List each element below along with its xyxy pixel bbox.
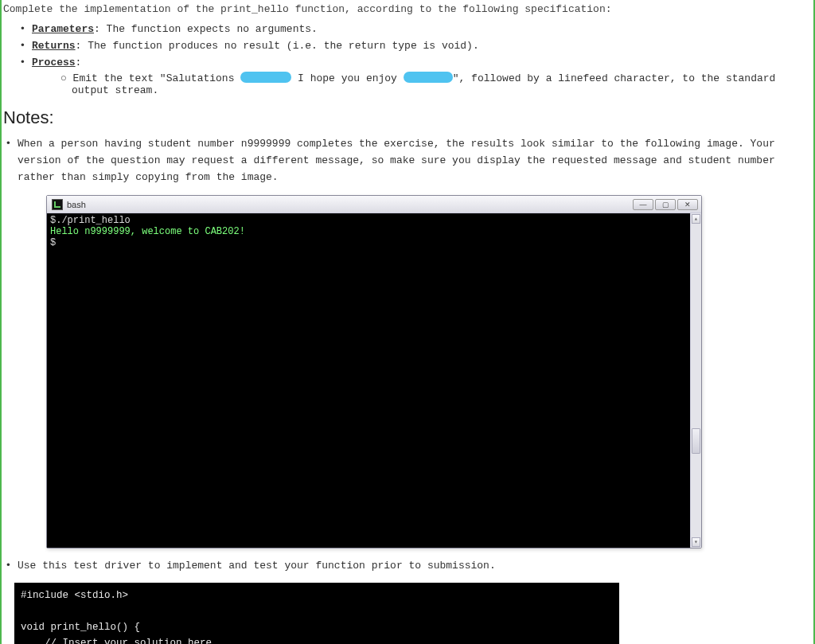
parameters-text: : The function expects no arguments. <box>94 23 318 35</box>
maximize-button[interactable]: ▢ <box>655 199 676 210</box>
terminal-window: bash — ▢ ✕ $./print_hello Hello n9999999… <box>46 195 702 548</box>
emit-pre: Emit the text "Salutations <box>73 72 241 84</box>
code-l4: // Insert your solution here. <box>21 638 218 644</box>
emit-mid: I hope you enjoy <box>298 72 404 84</box>
returns-text: : The function produces no result (i.e. … <box>76 40 479 52</box>
scroll-up-button[interactable]: ▴ <box>692 214 700 224</box>
terminal-titlebar[interactable]: bash — ▢ ✕ <box>47 196 701 213</box>
code-l3: void print_hello() { <box>21 622 140 633</box>
term-line-3: $ <box>50 237 56 248</box>
term-line-1: $./print_hello <box>50 215 131 226</box>
scroll-thumb[interactable] <box>692 428 700 454</box>
code-block[interactable]: #include <stdio.h> void print_hello() { … <box>14 583 619 644</box>
redacted-placeholder-2 <box>404 72 453 83</box>
notes-heading: Notes: <box>3 107 813 128</box>
process-colon: : <box>76 57 82 68</box>
process-label: Process <box>32 57 76 68</box>
parameters-label: Parameters <box>32 23 94 35</box>
close-button[interactable]: ✕ <box>677 199 698 210</box>
notes-item-1: When a person having student number n999… <box>18 136 813 185</box>
redacted-placeholder-1 <box>240 72 291 83</box>
window-buttons: — ▢ ✕ <box>633 199 698 210</box>
minimize-button[interactable]: — <box>633 199 653 210</box>
terminal-scrollbar[interactable]: ▴ ▾ <box>690 213 701 548</box>
terminal-body-wrap: $./print_hello Hello n9999999, welcome t… <box>47 213 701 548</box>
code-l1: #include <stdio.h> <box>21 590 128 601</box>
returns-label: Returns <box>32 40 76 52</box>
terminal-title: bash <box>67 200 633 209</box>
process-emit-item: Emit the text "Salutations I hope you en… <box>60 72 809 96</box>
spec-parameters: Parameters: The function expects no argu… <box>32 23 809 35</box>
notes-list-2: Use this test driver to implement and te… <box>18 558 813 575</box>
notes-item-2: Use this test driver to implement and te… <box>18 558 813 575</box>
process-sublist: Emit the text "Salutations I hope you en… <box>60 72 809 96</box>
spec-list: Parameters: The function expects no argu… <box>32 23 809 96</box>
spec-intro: Complete the implementation of the print… <box>3 3 809 15</box>
terminal-body[interactable]: $./print_hello Hello n9999999, welcome t… <box>47 213 690 548</box>
term-line-2: Hello n9999999, welcome to CAB202! <box>50 226 245 237</box>
terminal-icon <box>52 199 63 210</box>
spec-process: Process: Emit the text "Salutations I ho… <box>32 57 809 96</box>
specification-section: Complete the implementation of the print… <box>2 3 813 96</box>
notes-list: When a person having student number n999… <box>18 136 813 185</box>
scroll-down-button[interactable]: ▾ <box>692 537 700 547</box>
spec-returns: Returns: The function produces no result… <box>32 40 809 52</box>
